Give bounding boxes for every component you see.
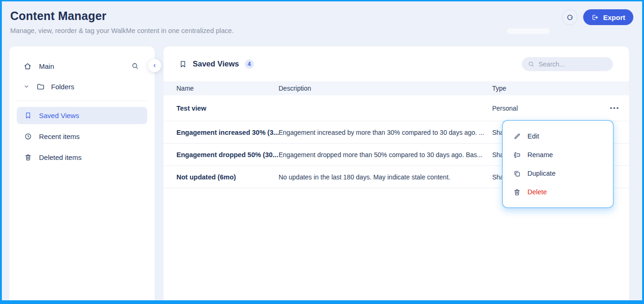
folder-icon: [36, 82, 45, 91]
sidebar-item-saved-views[interactable]: Saved Views: [17, 107, 147, 124]
column-header-type: Type: [492, 85, 599, 92]
ellipsis-icon: [610, 107, 612, 109]
search-input[interactable]: [539, 60, 604, 68]
row-name: Engagement increased 30% (3...: [176, 129, 279, 136]
header-actions: Export: [562, 9, 633, 25]
row-description: Engagement increased by more than 30% co…: [279, 129, 492, 136]
row-actions-menu-button[interactable]: [599, 105, 629, 112]
chevron-down-icon[interactable]: [23, 83, 30, 90]
sidebar-search-icon[interactable]: [131, 62, 139, 70]
sidebar-item-label: Deleted items: [39, 153, 82, 161]
row-description: Engagement dropped more than 50% compare…: [279, 151, 492, 159]
faint-highlight-bar: [507, 28, 550, 34]
sidebar-collapse-button[interactable]: [148, 59, 161, 72]
search-icon: [527, 60, 535, 68]
sidebar-folders-row[interactable]: Folders: [9, 80, 155, 93]
bookmark-icon: [24, 112, 32, 119]
table-search[interactable]: [522, 57, 613, 71]
sidebar-root-row[interactable]: Main: [9, 59, 155, 73]
row-name: Not updated (6mo): [176, 173, 279, 181]
chevron-left-icon: [152, 63, 157, 68]
column-header-description: Description: [279, 85, 492, 92]
screen-frame-right: [642, 0, 644, 304]
sidebar-item-label: Saved Views: [39, 112, 79, 119]
sidebar-root-label: Main: [39, 62, 54, 70]
menu-item-label: Delete: [527, 188, 547, 196]
menu-item-rename[interactable]: Rename: [503, 145, 613, 164]
rename-icon: [513, 151, 521, 159]
page-subtitle: Manage, view, reorder & tag your WalkMe …: [10, 27, 234, 34]
refresh-button[interactable]: [562, 9, 578, 25]
sidebar-nav: Saved Views Recent items Deleted items: [17, 107, 147, 170]
export-icon: [591, 13, 599, 21]
panel-title: Saved Views: [193, 59, 239, 68]
home-icon: [23, 62, 32, 71]
sidebar-folders-label: Folders: [51, 83, 74, 91]
bookmark-icon: [179, 60, 187, 68]
sidebar-divider: [17, 100, 147, 101]
menu-item-label: Edit: [527, 132, 539, 140]
row-type: Personal: [492, 105, 599, 112]
count-badge: 4: [245, 59, 254, 69]
table-header-row: Name Description Type: [163, 81, 629, 95]
page-title: Content Manager: [10, 9, 234, 23]
menu-item-delete[interactable]: Delete: [503, 183, 613, 201]
row-description: No updates in the last 180 days. May ind…: [279, 173, 492, 181]
sidebar-item-deleted-items[interactable]: Deleted items: [17, 149, 147, 166]
clock-icon: [24, 132, 32, 140]
sidebar-item-recent-items[interactable]: Recent items: [17, 128, 147, 145]
row-name: Engagement dropped 50% (30...: [176, 151, 279, 159]
page-header: Content Manager Manage, view, reorder & …: [10, 9, 234, 34]
pencil-icon: [513, 132, 521, 140]
screen-frame-left: [0, 0, 2, 304]
trash-icon: [513, 188, 521, 196]
screen-frame-top: [0, 0, 644, 1]
export-button-label: Export: [603, 13, 625, 21]
menu-item-label: Rename: [527, 151, 553, 159]
row-context-menu: Edit Rename Duplicate: [502, 120, 614, 208]
panel-header: Saved Views 4: [163, 46, 629, 81]
row-name: Test view: [176, 105, 279, 112]
table-row[interactable]: Test view Personal: [163, 95, 629, 121]
sidebar: Main Folders: [9, 46, 155, 304]
export-button[interactable]: Export: [583, 9, 633, 25]
sidebar-item-label: Recent items: [39, 132, 80, 140]
menu-item-duplicate[interactable]: Duplicate: [503, 164, 613, 183]
menu-item-label: Duplicate: [527, 170, 555, 177]
menu-item-edit[interactable]: Edit: [503, 127, 613, 145]
copy-icon: [513, 170, 521, 178]
column-header-name: Name: [176, 85, 279, 92]
trash-icon: [24, 153, 32, 161]
refresh-icon: [566, 13, 574, 21]
